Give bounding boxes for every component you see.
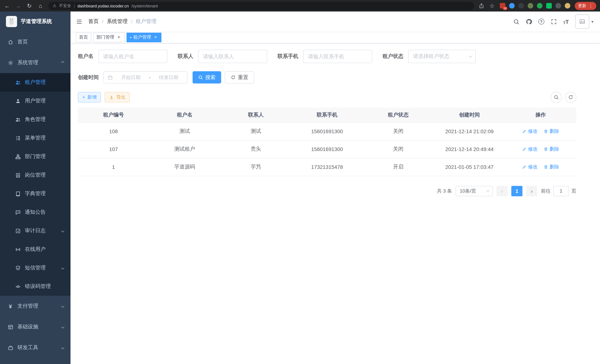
delete-button[interactable]: 删除 xyxy=(544,164,559,170)
col-contact: 联系人 xyxy=(220,108,291,122)
delete-button[interactable]: 删除 xyxy=(544,128,559,135)
tags-bar: 首页 部门管理 × ● 租户管理 × xyxy=(71,32,600,43)
sidebar-item-label: 系统管理 xyxy=(18,59,38,66)
reset-button[interactable]: 重置 xyxy=(225,71,254,84)
sidebar-item-post-mgmt[interactable]: 岗位管理 xyxy=(0,166,71,184)
tab-tenant-mgmt[interactable]: ● 租户管理 × xyxy=(127,32,161,42)
tab-home[interactable]: 首页 xyxy=(76,32,91,42)
contact-input[interactable] xyxy=(198,50,267,63)
search-button[interactable]: 搜索 xyxy=(193,71,221,84)
profile-avatar[interactable] xyxy=(565,3,570,9)
extension-icon-3[interactable] xyxy=(518,3,524,9)
search-icon xyxy=(554,95,559,100)
extension-icon-5[interactable] xyxy=(537,3,543,9)
edit-button[interactable]: 修改 xyxy=(522,146,538,152)
sidebar-item-role-mgmt[interactable]: 角色管理 xyxy=(0,110,71,129)
sidebar-item-sms-mgmt[interactable]: 短信管理 xyxy=(0,259,71,277)
close-tab-icon[interactable]: × xyxy=(153,35,158,40)
chevron-down-icon xyxy=(61,326,64,328)
add-button[interactable]: + 新增 xyxy=(78,92,101,103)
extension-icon-2[interactable] xyxy=(509,3,515,9)
user-menu[interactable]: ▾ xyxy=(575,14,593,28)
close-tab-icon[interactable]: × xyxy=(116,35,121,40)
sidebar-item-user-mgmt[interactable]: 用户管理 xyxy=(0,92,71,110)
forward-button[interactable]: → xyxy=(15,3,21,9)
user-avatar[interactable] xyxy=(575,14,589,28)
page-content: 租户名 联系人 联系手机 租户状态 请选择租户状态 xyxy=(71,43,600,364)
cell-phone: 15601691300 xyxy=(291,122,363,140)
sidebar-item-label: 首页 xyxy=(18,38,28,45)
tenant-name-input[interactable] xyxy=(98,50,167,63)
edit-button[interactable]: 修改 xyxy=(522,128,538,135)
page-1-button[interactable]: 1 xyxy=(511,186,523,196)
sidebar-item-home[interactable]: 首页 xyxy=(0,32,71,52)
col-created: 创建时间 xyxy=(434,108,505,122)
date-range-input[interactable]: 开始日期 - 结束日期 xyxy=(103,71,188,84)
toggle-search-button[interactable] xyxy=(551,92,562,103)
add-button-label: 新增 xyxy=(87,94,97,100)
sidebar-item-dict-mgmt[interactable]: 字典管理 xyxy=(0,184,71,203)
status-select[interactable]: 请选择租户状态 xyxy=(408,50,476,63)
github-icon[interactable] xyxy=(525,18,532,25)
refresh-icon xyxy=(231,75,236,80)
kebab-menu-icon[interactable]: ⋮ xyxy=(589,3,593,8)
export-button[interactable]: 导出 xyxy=(105,92,130,103)
app-logo[interactable]: 芋道管理系统 xyxy=(0,11,71,32)
sidebar-item-tenant-mgmt[interactable]: 租户管理 xyxy=(0,73,71,92)
extensions-puzzle-icon[interactable] xyxy=(555,3,561,9)
edit-button[interactable]: 修改 xyxy=(522,164,538,170)
sidebar-item-menu-mgmt[interactable]: 菜单管理 xyxy=(0,129,71,147)
phone-input[interactable] xyxy=(303,50,372,63)
header-actions: ? TT ▾ xyxy=(513,14,593,28)
header-search-icon[interactable] xyxy=(513,18,519,25)
share-icon[interactable] xyxy=(479,3,484,9)
url-path: /system/tenant xyxy=(131,3,158,8)
extension-icon-4[interactable] xyxy=(528,3,533,9)
sidebar: 芋道管理系统 首页 系统管理 租户管理 用户管理 xyxy=(0,11,71,364)
font-size-icon[interactable]: TT xyxy=(563,18,569,25)
update-button[interactable]: 更新 ⋮ xyxy=(575,2,596,10)
sidebar-item-dept-mgmt[interactable]: 部门管理 xyxy=(0,147,71,166)
breadcrumb-item-home[interactable]: 首页 xyxy=(88,18,99,25)
breadcrumb-item-system[interactable]: 系统管理 xyxy=(107,18,128,25)
end-date-placeholder[interactable]: 结束日期 xyxy=(154,74,183,81)
extension-icon-1[interactable]: 10 xyxy=(500,3,505,9)
url-divider: | xyxy=(74,3,75,8)
goto-page-input[interactable] xyxy=(553,186,569,196)
sidebar-item-audit-log[interactable]: 审计日志 xyxy=(0,222,71,240)
sidebar-item-errcode-mgmt[interactable]: </> 错误码管理 xyxy=(0,277,71,296)
sidebar-item-dev-tools[interactable]: 研发工具 xyxy=(0,337,71,358)
chevron-down-icon xyxy=(61,305,64,308)
active-tab-dot: ● xyxy=(130,36,131,38)
extension-icon-6[interactable] xyxy=(546,3,552,9)
fullscreen-icon[interactable] xyxy=(551,18,557,25)
sidebar-item-online-users[interactable]: 在线用户 xyxy=(0,240,71,259)
date-separator: - xyxy=(149,75,151,80)
page-size-select[interactable]: 10条/页 xyxy=(456,186,493,196)
back-button[interactable]: ← xyxy=(4,3,10,9)
filter-form-row-1: 租户名 联系人 联系手机 租户状态 请选择租户状态 xyxy=(78,50,576,63)
sidebar-item-system-mgmt[interactable]: 系统管理 xyxy=(0,52,71,73)
delete-button[interactable]: 删除 xyxy=(544,146,559,152)
help-icon[interactable]: ? xyxy=(538,19,544,25)
address-bar[interactable]: ⚠ 不安全 | dashboard.yudao.iocoder.cn/syste… xyxy=(48,2,474,10)
trash-icon xyxy=(544,147,548,151)
security-label[interactable]: 不安全 xyxy=(59,3,71,9)
cell-tenant-name: 测试 xyxy=(149,122,220,140)
start-date-placeholder[interactable]: 开始日期 xyxy=(116,74,146,81)
caret-down-icon: ▾ xyxy=(591,19,593,24)
tab-dept-mgmt[interactable]: 部门管理 × xyxy=(93,32,125,42)
sidebar-item-notice[interactable]: 通知公告 xyxy=(0,203,71,222)
next-page-button[interactable]: › xyxy=(526,186,537,196)
home-icon xyxy=(7,39,13,45)
bookmark-star-icon[interactable]: ☆ xyxy=(489,2,495,9)
prev-page-button[interactable]: ‹ xyxy=(497,186,508,196)
hamburger-icon[interactable] xyxy=(76,18,82,25)
sidebar-item-payment-mgmt[interactable]: ¥ 支付管理 xyxy=(0,296,71,317)
refresh-table-button[interactable] xyxy=(565,92,576,103)
col-actions: 操作 xyxy=(505,108,576,122)
reload-button[interactable]: ↻ xyxy=(26,2,33,9)
home-button[interactable]: ⌂ xyxy=(37,3,44,9)
trash-icon xyxy=(544,165,548,169)
sidebar-item-infrastructure[interactable]: 基础设施 xyxy=(0,317,71,337)
